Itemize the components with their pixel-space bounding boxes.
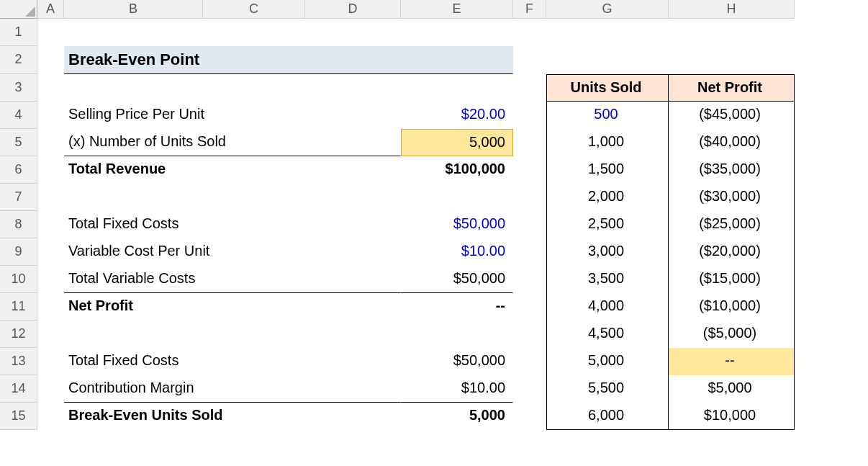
value-net-profit[interactable]: -- xyxy=(401,293,513,321)
table-row[interactable]: ($25,000) xyxy=(669,211,795,238)
table-row[interactable]: ($30,000) xyxy=(669,184,795,211)
cell[interactable] xyxy=(37,348,64,375)
value-var-cost-unit[interactable]: $10.00 xyxy=(401,238,513,266)
row-header-10[interactable]: 10 xyxy=(0,266,37,293)
cell[interactable] xyxy=(546,46,669,74)
table-row[interactable]: 5,000 xyxy=(546,348,669,375)
table-row[interactable]: 1,000 xyxy=(546,129,669,156)
row-header-1[interactable]: 1 xyxy=(0,19,37,46)
value-total-revenue[interactable]: $100,000 xyxy=(401,156,513,184)
table-row[interactable]: 500 xyxy=(546,102,669,129)
cell[interactable] xyxy=(669,19,795,46)
cell[interactable] xyxy=(37,184,64,211)
table-row[interactable]: 3,500 xyxy=(546,266,669,293)
row-header-14[interactable]: 14 xyxy=(0,375,37,403)
label-net-profit[interactable]: Net Profit xyxy=(64,293,401,321)
col-header-A[interactable]: A xyxy=(37,0,64,19)
table-row[interactable]: 2,000 xyxy=(546,184,669,211)
table-row[interactable]: ($10,000) xyxy=(669,293,795,321)
table-row[interactable]: 5,500 xyxy=(546,375,669,403)
cell[interactable] xyxy=(64,74,513,102)
label-total-revenue[interactable]: Total Revenue xyxy=(64,156,401,184)
label-units-sold[interactable]: (x) Number of Units Sold xyxy=(64,129,401,156)
row-header-11[interactable]: 11 xyxy=(0,293,37,321)
cell[interactable] xyxy=(37,321,64,348)
table-row[interactable]: 2,500 xyxy=(546,211,669,238)
col-header-G[interactable]: G xyxy=(546,0,669,19)
value-units-sold[interactable]: 5,000 xyxy=(401,129,513,156)
cell[interactable] xyxy=(37,156,64,184)
cell[interactable] xyxy=(513,102,546,129)
cell[interactable] xyxy=(64,19,203,46)
cell[interactable] xyxy=(401,19,513,46)
cell[interactable] xyxy=(37,19,64,46)
table-row[interactable]: $10,000 xyxy=(669,403,795,430)
label-total-var-costs[interactable]: Total Variable Costs xyxy=(64,266,401,293)
table-row[interactable]: ($40,000) xyxy=(669,129,795,156)
value-contribution-margin[interactable]: $10.00 xyxy=(401,375,513,403)
cell[interactable] xyxy=(37,102,64,129)
cell[interactable] xyxy=(513,46,546,74)
table-header-units[interactable]: Units Sold xyxy=(546,74,669,102)
value-total-var-costs[interactable]: $50,000 xyxy=(401,266,513,293)
cell[interactable] xyxy=(546,19,669,46)
cell[interactable] xyxy=(513,19,546,46)
cell[interactable] xyxy=(64,321,401,348)
row-header-2[interactable]: 2 xyxy=(0,46,37,74)
value-fixed-costs2[interactable]: $50,000 xyxy=(401,348,513,375)
title[interactable]: Break-Even Point xyxy=(64,46,513,74)
cell[interactable] xyxy=(513,156,546,184)
table-row[interactable]: 1,500 xyxy=(546,156,669,184)
row-header-8[interactable]: 8 xyxy=(0,211,37,238)
value-selling-price[interactable]: $20.00 xyxy=(401,102,513,129)
col-header-D[interactable]: D xyxy=(305,0,401,19)
cell[interactable] xyxy=(37,211,64,238)
cell[interactable] xyxy=(513,403,546,430)
cell[interactable] xyxy=(37,129,64,156)
select-all-corner[interactable] xyxy=(0,0,37,19)
table-row[interactable]: 6,000 xyxy=(546,403,669,430)
label-break-even[interactable]: Break-Even Units Sold xyxy=(64,403,401,430)
row-header-15[interactable]: 15 xyxy=(0,403,37,430)
spreadsheet[interactable]: A B C D E F G H 1 2 Break-Even Point 3 U… xyxy=(0,0,868,430)
cell[interactable] xyxy=(513,321,546,348)
table-row[interactable]: $5,000 xyxy=(669,375,795,403)
cell[interactable] xyxy=(203,19,305,46)
cell[interactable] xyxy=(513,266,546,293)
cell[interactable] xyxy=(513,211,546,238)
table-row[interactable]: ($35,000) xyxy=(669,156,795,184)
row-header-5[interactable]: 5 xyxy=(0,129,37,156)
table-row-highlight[interactable]: -- xyxy=(669,348,795,375)
cell[interactable] xyxy=(513,375,546,403)
cell[interactable] xyxy=(37,375,64,403)
cell[interactable] xyxy=(37,46,64,74)
row-header-13[interactable]: 13 xyxy=(0,348,37,375)
table-header-profit[interactable]: Net Profit xyxy=(669,74,795,102)
col-header-C[interactable]: C xyxy=(203,0,305,19)
cell[interactable] xyxy=(401,184,513,211)
row-header-4[interactable]: 4 xyxy=(0,102,37,129)
table-row[interactable]: 3,000 xyxy=(546,238,669,266)
row-header-6[interactable]: 6 xyxy=(0,156,37,184)
table-row[interactable]: ($45,000) xyxy=(669,102,795,129)
cell[interactable] xyxy=(513,129,546,156)
col-header-B[interactable]: B xyxy=(64,0,203,19)
table-row[interactable]: 4,000 xyxy=(546,293,669,321)
cell[interactable] xyxy=(669,46,795,74)
cell[interactable] xyxy=(513,238,546,266)
col-header-H[interactable]: H xyxy=(669,0,795,19)
label-var-cost-unit[interactable]: Variable Cost Per Unit xyxy=(64,238,401,266)
cell[interactable] xyxy=(37,266,64,293)
row-header-7[interactable]: 7 xyxy=(0,184,37,211)
row-header-9[interactable]: 9 xyxy=(0,238,37,266)
cell[interactable] xyxy=(513,74,546,102)
cell[interactable] xyxy=(37,74,64,102)
label-fixed-costs[interactable]: Total Fixed Costs xyxy=(64,211,401,238)
table-row[interactable]: ($20,000) xyxy=(669,238,795,266)
table-row[interactable]: ($15,000) xyxy=(669,266,795,293)
cell[interactable] xyxy=(513,184,546,211)
col-header-F[interactable]: F xyxy=(513,0,546,19)
cell[interactable] xyxy=(513,293,546,321)
cell[interactable] xyxy=(64,184,401,211)
cell[interactable] xyxy=(513,348,546,375)
